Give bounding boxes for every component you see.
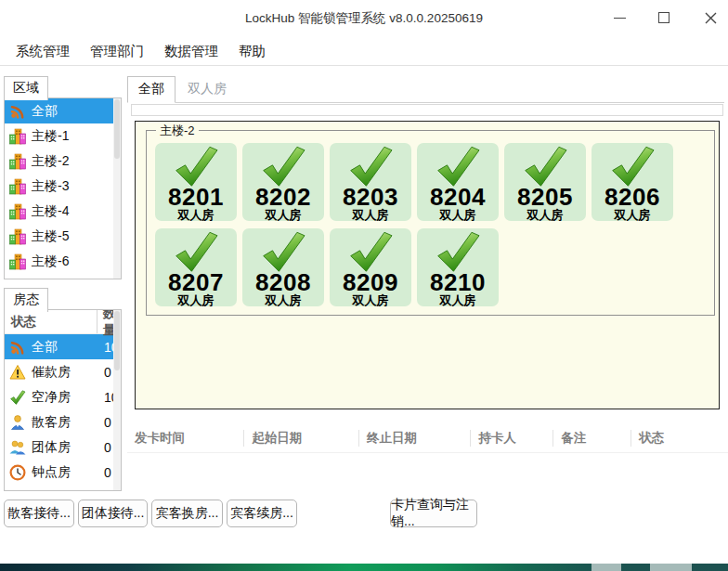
room-number: 8209 [330, 271, 411, 293]
card-query-cancel-button[interactable]: 卡片查询与注销... [390, 500, 477, 527]
app-window: LockHub 智能锁管理系统 v8.0.0.20250619 系统管理 管理部… [0, 0, 728, 571]
status-column-header[interactable]: 状态 [5, 314, 97, 331]
check-icon [519, 145, 571, 188]
check-icon [8, 388, 27, 407]
menu-help[interactable]: 帮助 [228, 39, 276, 64]
room-number: 8206 [592, 186, 673, 208]
menu-divider [0, 65, 728, 66]
tab-double-rooms[interactable]: 双人房 [176, 77, 237, 102]
minimize-button[interactable] [604, 6, 635, 30]
tab-room-status[interactable]: 房态 [4, 288, 48, 312]
taskbar-block [650, 564, 692, 571]
area-item-building2[interactable]: 主楼-2 [5, 149, 121, 174]
group-checkin-button[interactable]: 团体接待... [78, 500, 148, 527]
maximize-button[interactable] [648, 6, 680, 30]
area-item-building1[interactable]: 主楼-1 [5, 123, 121, 149]
area-scrollbar-thumb[interactable] [114, 99, 120, 159]
column-issue-time[interactable]: 发卡时间 [127, 430, 243, 447]
close-icon [705, 12, 717, 24]
filter-strip [131, 104, 723, 116]
area-item-label: 主楼-7 [32, 279, 69, 280]
area-item-building3[interactable]: 主楼-3 [5, 174, 121, 199]
area-list: 全部 主楼-1 主楼-2 主楼-3 主楼-4 主楼-5 主楼-6 主楼-7 [4, 97, 122, 279]
room-number: 8208 [242, 271, 324, 293]
check-icon [432, 145, 484, 188]
area-item-all[interactable]: 全部 [5, 98, 121, 123]
status-scrollbar-thumb[interactable] [114, 311, 120, 370]
status-label: 钟点房 [32, 464, 71, 481]
room-card-8202[interactable]: 8202 双人房 [242, 143, 324, 221]
room-card-8208[interactable]: 8208 双人房 [242, 228, 324, 306]
close-button[interactable] [695, 6, 726, 30]
status-label: 空净房 [32, 389, 71, 406]
area-item-building5[interactable]: 主楼-5 [5, 224, 121, 249]
area-item-label: 全部 [32, 103, 58, 120]
status-label: 维修房 [32, 489, 71, 492]
room-card-8204[interactable]: 8204 双人房 [417, 143, 499, 221]
warning-icon [8, 363, 27, 382]
room-number: 8204 [417, 186, 499, 208]
buildings-icon [8, 253, 27, 271]
check-icon [257, 145, 309, 188]
room-number: 8207 [155, 271, 237, 293]
room-card-8209[interactable]: 8209 双人房 [330, 228, 411, 306]
group-icon [8, 438, 27, 457]
area-item-label: 主楼-3 [32, 178, 69, 195]
area-item-building6[interactable]: 主楼-6 [5, 249, 121, 274]
status-row-payment-due[interactable]: 催款房 0 [5, 359, 121, 384]
maximize-icon [658, 12, 670, 23]
status-label: 散客房 [32, 414, 71, 431]
check-icon [257, 230, 309, 273]
room-number: 8203 [330, 186, 411, 208]
menu-data[interactable]: 数据管理 [154, 39, 228, 64]
menu-system[interactable]: 系统管理 [6, 39, 80, 64]
room-card-8203[interactable]: 8203 双人房 [330, 143, 411, 221]
room-card-8210[interactable]: 8210 双人房 [417, 228, 499, 306]
area-item-label: 主楼-6 [32, 253, 69, 270]
buildings-icon [8, 177, 27, 196]
tab-area[interactable]: 区域 [4, 76, 48, 100]
status-row-walk-in[interactable]: 散客房 0 [5, 409, 121, 435]
status-table: 状态 数量 全部 10 催款房 0 空净房 10 散客房 0 团体房 0 [4, 309, 122, 491]
room-card-8205[interactable]: 8205 双人房 [504, 143, 586, 221]
area-item-building4[interactable]: 主楼-4 [5, 199, 121, 224]
room-card-8207[interactable]: 8207 双人房 [155, 228, 237, 306]
room-number: 8202 [242, 186, 324, 208]
card-table-header: 发卡时间 起始日期 终止日期 持卡人 备注 状态 [127, 423, 728, 453]
minimize-icon [614, 18, 626, 19]
clock-icon [8, 463, 27, 482]
tab-all-rooms[interactable]: 全部 [127, 76, 176, 103]
column-status[interactable]: 状态 [630, 430, 728, 447]
room-card-8206[interactable]: 8206 双人房 [592, 143, 673, 221]
status-row-vacant-clean[interactable]: 空净房 10 [5, 384, 121, 409]
status-row-maintenance[interactable]: 维修房 0 [5, 485, 121, 491]
area-scrollbar[interactable] [113, 98, 121, 279]
area-item-building7[interactable]: 主楼-7 [5, 274, 121, 279]
status-row-hourly[interactable]: 钟点房 0 [5, 460, 121, 485]
person-icon [8, 413, 27, 432]
guest-extend-stay-button[interactable]: 宾客续房... [227, 500, 297, 527]
column-start-date[interactable]: 起始日期 [243, 430, 358, 447]
buildings-icon [8, 127, 27, 146]
room-card-8201[interactable]: 8201 双人房 [155, 143, 237, 221]
room-number: 8205 [504, 186, 586, 208]
column-end-date[interactable]: 终止日期 [358, 430, 470, 447]
area-item-label: 主楼-1 [32, 128, 69, 145]
status-label: 全部 [32, 339, 58, 356]
taskbar-block [592, 564, 621, 571]
menu-departments[interactable]: 管理部门 [80, 39, 154, 64]
groupbox-title: 主楼-2 [156, 123, 199, 139]
card-records-table: 发卡时间 起始日期 终止日期 持卡人 备注 状态 [127, 423, 728, 494]
building-groupbox: 主楼-2 8201 双人房 8202 双人房 8203 双人房 8204 双人房 [146, 130, 715, 316]
column-remark[interactable]: 备注 [552, 430, 630, 447]
status-label: 催款房 [32, 364, 71, 381]
walk-in-checkin-button[interactable]: 散客接待... [4, 500, 74, 527]
check-icon [344, 145, 396, 188]
check-icon [170, 230, 222, 273]
status-row-group[interactable]: 团体房 0 [5, 435, 121, 460]
guest-room-change-button[interactable]: 宾客换房... [151, 500, 223, 527]
column-card-holder[interactable]: 持卡人 [470, 430, 552, 447]
buildings-icon [8, 152, 27, 171]
room-number: 8210 [417, 271, 499, 293]
status-scrollbar[interactable] [113, 310, 121, 490]
